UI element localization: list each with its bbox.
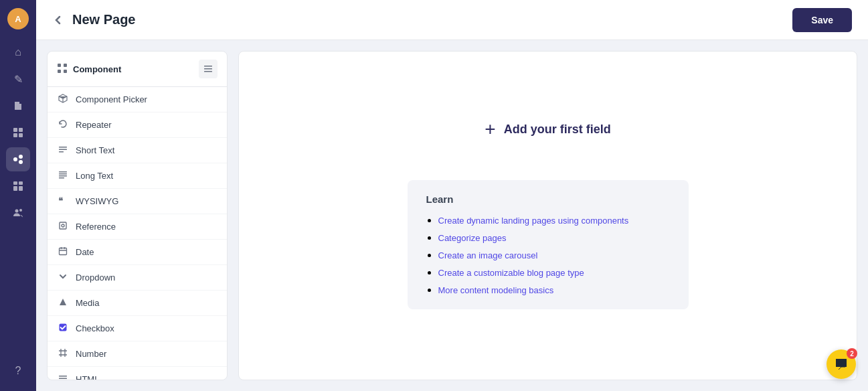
sidebar-item-home[interactable]: ⌂: [6, 40, 30, 64]
sidebar-item-grid[interactable]: [6, 121, 30, 145]
svg-rect-1: [19, 128, 23, 132]
panel-item-repeater[interactable]: Repeater: [48, 112, 227, 138]
dropdown-icon: [57, 272, 69, 283]
learn-link-5[interactable]: More content modeling basics: [438, 285, 554, 295]
checkbox-icon: [57, 323, 69, 334]
editor-area: + Add your first field Learn Create dyna…: [238, 51, 857, 380]
add-field-label: Add your first field: [504, 123, 611, 137]
svg-rect-25: [59, 175, 67, 177]
sidebar-item-blog[interactable]: ✎: [6, 67, 30, 91]
svg-rect-0: [13, 128, 17, 132]
sidebar-item-users[interactable]: [6, 201, 30, 225]
learn-box: Learn Create dynamic landing pages using…: [408, 180, 689, 309]
sidebar-item-pages[interactable]: [6, 94, 30, 118]
panel-list-icon[interactable]: [199, 60, 218, 78]
sidebar-item-help[interactable]: ?: [6, 359, 30, 383]
svg-rect-33: [59, 376, 67, 377]
learn-title: Learn: [426, 193, 670, 205]
learn-links: Create dynamic landing pages using compo…: [426, 214, 670, 296]
panel-item-label: WYSIWYG: [76, 196, 118, 206]
svg-point-29: [62, 224, 64, 227]
svg-rect-26: [59, 177, 64, 179]
wysiwyg-icon: ❝: [57, 196, 69, 207]
svg-point-12: [19, 209, 22, 212]
panel-tab-label[interactable]: Component: [73, 64, 196, 74]
svg-rect-7: [13, 181, 17, 185]
panel-item-short-text[interactable]: Short Text: [48, 138, 227, 163]
learn-link-3[interactable]: Create an image carousel: [438, 250, 538, 260]
panel-item-label: Repeater: [76, 120, 111, 130]
svg-rect-24: [59, 173, 67, 175]
panel-item-label: Media: [76, 298, 99, 308]
component-picker-icon: [57, 94, 69, 105]
panel-item-media[interactable]: Media: [48, 291, 227, 316]
svg-rect-37: [837, 360, 846, 366]
panel-item-long-text[interactable]: Long Text: [48, 163, 227, 189]
number-icon: [57, 348, 69, 360]
learn-link-4[interactable]: Create a customizable blog page type: [438, 268, 584, 278]
panel-item-label: Long Text: [76, 171, 113, 181]
panel-item-label: Component Picker: [76, 94, 147, 104]
component-panel: Component Component Picker Repeater: [47, 51, 228, 380]
svg-point-6: [19, 160, 23, 164]
long-text-icon: [57, 170, 69, 181]
main-area: New Page Save Component Component Picker: [36, 0, 868, 391]
save-button[interactable]: Save: [792, 8, 852, 32]
html-icon: [57, 374, 69, 380]
date-icon: [57, 246, 69, 258]
svg-point-4: [13, 157, 17, 161]
learn-link-2[interactable]: Categorize pages: [438, 233, 507, 243]
svg-point-5: [19, 155, 23, 159]
panel-item-date[interactable]: Date: [48, 240, 227, 265]
component-tab-icon: [57, 63, 68, 76]
svg-rect-20: [59, 147, 67, 148]
svg-rect-28: [60, 222, 66, 229]
chat-badge: 2: [847, 348, 857, 359]
media-icon: [57, 297, 69, 309]
content-area: Component Component Picker Repeater: [36, 40, 868, 391]
panel-item-label: Reference: [76, 222, 116, 232]
svg-rect-21: [59, 149, 67, 151]
avatar[interactable]: A: [7, 8, 29, 29]
svg-rect-22: [59, 151, 64, 153]
back-button[interactable]: [52, 14, 64, 26]
svg-rect-13: [58, 64, 61, 67]
chat-bubble[interactable]: 2: [827, 349, 856, 379]
svg-rect-17: [204, 66, 212, 67]
svg-rect-9: [13, 186, 17, 191]
panel-item-label: Checkbox: [76, 323, 114, 333]
svg-rect-3: [19, 133, 23, 137]
panel-item-label: Number: [76, 349, 106, 359]
panel-item-html[interactable]: HTML: [48, 367, 227, 380]
top-header: New Page Save: [36, 0, 868, 40]
page-title: New Page: [72, 12, 792, 27]
panel-item-label: Date: [76, 247, 94, 257]
svg-rect-8: [19, 181, 23, 185]
add-field-button[interactable]: + Add your first field: [485, 119, 610, 140]
panel-item-label: Dropdown: [76, 272, 115, 283]
panel-item-label: Short Text: [76, 145, 114, 155]
panel-item-number[interactable]: Number: [48, 341, 227, 367]
svg-text:❝: ❝: [58, 196, 63, 205]
reference-icon: [57, 221, 69, 232]
learn-link-1[interactable]: Create dynamic landing pages using compo…: [438, 216, 629, 226]
panel-item-label: HTML: [76, 374, 99, 380]
panel-tabs: Component: [48, 52, 227, 87]
panel-item-checkbox[interactable]: Checkbox: [48, 316, 227, 341]
short-text-icon: [57, 145, 69, 156]
svg-rect-15: [58, 70, 61, 73]
svg-marker-31: [60, 299, 66, 305]
svg-rect-16: [64, 70, 67, 73]
panel-item-dropdown[interactable]: Dropdown: [48, 265, 227, 291]
svg-point-11: [15, 210, 19, 213]
panel-item-reference[interactable]: Reference: [48, 214, 227, 240]
svg-rect-30: [60, 248, 67, 255]
svg-rect-10: [19, 186, 23, 191]
plus-icon: +: [485, 119, 495, 140]
repeater-icon: [57, 119, 69, 131]
sidebar-item-apps[interactable]: [6, 147, 30, 171]
panel-item-wysiwyg[interactable]: ❝ WYSIWYG: [48, 189, 227, 214]
sidebar-item-gallery[interactable]: [6, 174, 30, 198]
panel-item-component-picker[interactable]: Component Picker: [48, 87, 227, 112]
svg-rect-2: [13, 133, 17, 137]
